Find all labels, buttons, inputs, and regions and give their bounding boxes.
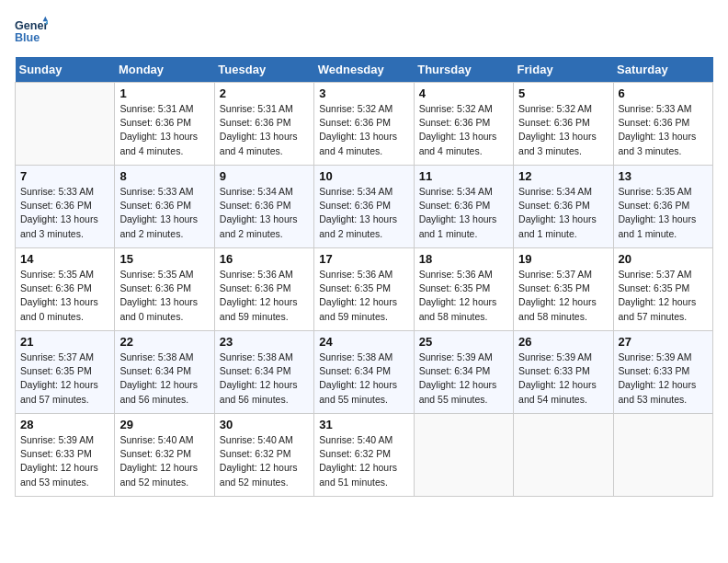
day-number: 31: [319, 418, 408, 431]
calendar-cell: 10Sunrise: 5:34 AMSunset: 6:36 PMDayligh…: [314, 166, 414, 248]
calendar-cell: 13Sunrise: 5:35 AMSunset: 6:36 PMDayligh…: [613, 166, 712, 248]
calendar-cell: 21Sunrise: 5:37 AMSunset: 6:35 PMDayligh…: [16, 331, 115, 414]
calendar-cell: 4Sunrise: 5:32 AMSunset: 6:36 PMDaylight…: [414, 83, 513, 166]
weekday-header-monday: Monday: [115, 57, 214, 83]
calendar-cell: 1Sunrise: 5:31 AMSunset: 6:36 PMDaylight…: [115, 83, 214, 166]
day-number: 19: [518, 252, 608, 266]
calendar-cell: [613, 414, 712, 497]
calendar-cell: 3Sunrise: 5:32 AMSunset: 6:36 PMDaylight…: [314, 83, 414, 166]
calendar-cell: 31Sunrise: 5:40 AMSunset: 6:32 PMDayligh…: [314, 414, 414, 497]
day-number: 13: [619, 169, 708, 183]
calendar-cell: 16Sunrise: 5:36 AMSunset: 6:36 PMDayligh…: [214, 248, 313, 331]
day-number: 18: [419, 252, 508, 266]
day-number: 23: [220, 335, 309, 349]
day-number: 25: [419, 335, 508, 349]
day-info: Sunrise: 5:40 AMSunset: 6:32 PMDaylight:…: [220, 433, 309, 489]
calendar-cell: 5Sunrise: 5:32 AMSunset: 6:36 PMDaylight…: [514, 83, 613, 166]
page-header: General Blue: [15, 15, 713, 48]
day-info: Sunrise: 5:32 AMSunset: 6:36 PMDaylight:…: [419, 102, 508, 158]
calendar-cell: [414, 414, 513, 497]
day-info: Sunrise: 5:35 AMSunset: 6:36 PMDaylight:…: [20, 268, 109, 324]
day-info: Sunrise: 5:35 AMSunset: 6:36 PMDaylight:…: [619, 185, 708, 241]
calendar-cell: 25Sunrise: 5:39 AMSunset: 6:34 PMDayligh…: [414, 331, 513, 414]
calendar-cell: 6Sunrise: 5:33 AMSunset: 6:36 PMDaylight…: [613, 83, 712, 166]
svg-text:Blue: Blue: [15, 31, 40, 44]
day-number: 20: [619, 252, 708, 266]
day-info: Sunrise: 5:31 AMSunset: 6:36 PMDaylight:…: [220, 102, 309, 158]
logo: General Blue: [15, 15, 50, 48]
weekday-header-tuesday: Tuesday: [214, 57, 313, 83]
day-number: 27: [619, 335, 708, 349]
day-info: Sunrise: 5:37 AMSunset: 6:35 PMDaylight:…: [518, 268, 608, 324]
day-number: 26: [518, 335, 608, 349]
day-info: Sunrise: 5:39 AMSunset: 6:34 PMDaylight:…: [419, 350, 508, 407]
calendar-cell: 29Sunrise: 5:40 AMSunset: 6:32 PMDayligh…: [115, 414, 214, 497]
calendar-cell: [16, 83, 115, 166]
calendar-cell: 8Sunrise: 5:33 AMSunset: 6:36 PMDaylight…: [115, 166, 214, 248]
day-number: 30: [220, 418, 309, 431]
calendar-cell: 15Sunrise: 5:35 AMSunset: 6:36 PMDayligh…: [115, 248, 214, 331]
day-number: 22: [119, 335, 209, 349]
day-info: Sunrise: 5:34 AMSunset: 6:36 PMDaylight:…: [220, 185, 309, 241]
day-number: 3: [319, 86, 408, 100]
day-info: Sunrise: 5:33 AMSunset: 6:36 PMDaylight:…: [119, 185, 209, 241]
day-number: 16: [220, 252, 309, 266]
calendar-cell: 30Sunrise: 5:40 AMSunset: 6:32 PMDayligh…: [214, 414, 313, 497]
day-info: Sunrise: 5:37 AMSunset: 6:35 PMDaylight:…: [20, 350, 109, 407]
day-number: 28: [20, 418, 109, 431]
day-number: 10: [319, 169, 408, 183]
day-number: 9: [220, 169, 309, 183]
day-info: Sunrise: 5:37 AMSunset: 6:35 PMDaylight:…: [619, 268, 708, 324]
day-info: Sunrise: 5:34 AMSunset: 6:36 PMDaylight:…: [518, 185, 608, 241]
calendar-cell: 14Sunrise: 5:35 AMSunset: 6:36 PMDayligh…: [16, 248, 115, 331]
day-number: 2: [220, 86, 309, 100]
day-info: Sunrise: 5:36 AMSunset: 6:35 PMDaylight:…: [419, 268, 508, 324]
day-info: Sunrise: 5:40 AMSunset: 6:32 PMDaylight:…: [319, 433, 408, 489]
weekday-header-friday: Friday: [514, 57, 613, 83]
day-info: Sunrise: 5:40 AMSunset: 6:32 PMDaylight:…: [119, 433, 209, 489]
calendar-cell: 23Sunrise: 5:38 AMSunset: 6:34 PMDayligh…: [214, 331, 313, 414]
day-info: Sunrise: 5:31 AMSunset: 6:36 PMDaylight:…: [119, 102, 209, 158]
day-number: 24: [319, 335, 408, 349]
calendar-cell: [514, 414, 613, 497]
day-info: Sunrise: 5:33 AMSunset: 6:36 PMDaylight:…: [619, 102, 708, 158]
day-number: 17: [319, 252, 408, 266]
calendar-cell: 11Sunrise: 5:34 AMSunset: 6:36 PMDayligh…: [414, 166, 513, 248]
calendar-cell: 26Sunrise: 5:39 AMSunset: 6:33 PMDayligh…: [514, 331, 613, 414]
calendar-cell: 27Sunrise: 5:39 AMSunset: 6:33 PMDayligh…: [613, 331, 712, 414]
day-info: Sunrise: 5:39 AMSunset: 6:33 PMDaylight:…: [518, 350, 608, 407]
calendar-cell: 9Sunrise: 5:34 AMSunset: 6:36 PMDaylight…: [214, 166, 313, 248]
calendar-cell: 17Sunrise: 5:36 AMSunset: 6:35 PMDayligh…: [314, 248, 414, 331]
calendar-body: 1Sunrise: 5:31 AMSunset: 6:36 PMDaylight…: [16, 83, 713, 497]
day-info: Sunrise: 5:36 AMSunset: 6:35 PMDaylight:…: [319, 268, 408, 324]
day-number: 6: [619, 86, 708, 100]
day-number: 8: [119, 169, 209, 183]
day-info: Sunrise: 5:38 AMSunset: 6:34 PMDaylight:…: [119, 350, 209, 407]
day-info: Sunrise: 5:38 AMSunset: 6:34 PMDaylight:…: [319, 350, 408, 407]
calendar-week-row: 21Sunrise: 5:37 AMSunset: 6:35 PMDayligh…: [16, 331, 713, 414]
calendar-cell: 2Sunrise: 5:31 AMSunset: 6:36 PMDaylight…: [214, 83, 313, 166]
day-info: Sunrise: 5:38 AMSunset: 6:34 PMDaylight:…: [220, 350, 309, 407]
calendar-cell: 28Sunrise: 5:39 AMSunset: 6:33 PMDayligh…: [16, 414, 115, 497]
day-info: Sunrise: 5:34 AMSunset: 6:36 PMDaylight:…: [419, 185, 508, 241]
calendar-week-row: 1Sunrise: 5:31 AMSunset: 6:36 PMDaylight…: [16, 83, 713, 166]
day-number: 1: [119, 86, 209, 100]
calendar-cell: 24Sunrise: 5:38 AMSunset: 6:34 PMDayligh…: [314, 331, 414, 414]
day-info: Sunrise: 5:33 AMSunset: 6:36 PMDaylight:…: [20, 185, 109, 241]
day-number: 11: [419, 169, 508, 183]
calendar-cell: 18Sunrise: 5:36 AMSunset: 6:35 PMDayligh…: [414, 248, 513, 331]
calendar-cell: 20Sunrise: 5:37 AMSunset: 6:35 PMDayligh…: [613, 248, 712, 331]
day-info: Sunrise: 5:32 AMSunset: 6:36 PMDaylight:…: [319, 102, 408, 158]
calendar-cell: 19Sunrise: 5:37 AMSunset: 6:35 PMDayligh…: [514, 248, 613, 331]
day-info: Sunrise: 5:32 AMSunset: 6:36 PMDaylight:…: [518, 102, 608, 158]
weekday-header-saturday: Saturday: [613, 57, 712, 83]
calendar-cell: 22Sunrise: 5:38 AMSunset: 6:34 PMDayligh…: [115, 331, 214, 414]
calendar-week-row: 14Sunrise: 5:35 AMSunset: 6:36 PMDayligh…: [16, 248, 713, 331]
day-number: 4: [419, 86, 508, 100]
day-info: Sunrise: 5:36 AMSunset: 6:36 PMDaylight:…: [220, 268, 309, 324]
calendar-table: SundayMondayTuesdayWednesdayThursdayFrid…: [15, 57, 713, 497]
day-number: 15: [119, 252, 209, 266]
calendar-cell: 7Sunrise: 5:33 AMSunset: 6:36 PMDaylight…: [16, 166, 115, 248]
day-number: 12: [518, 169, 608, 183]
day-info: Sunrise: 5:34 AMSunset: 6:36 PMDaylight:…: [319, 185, 408, 241]
